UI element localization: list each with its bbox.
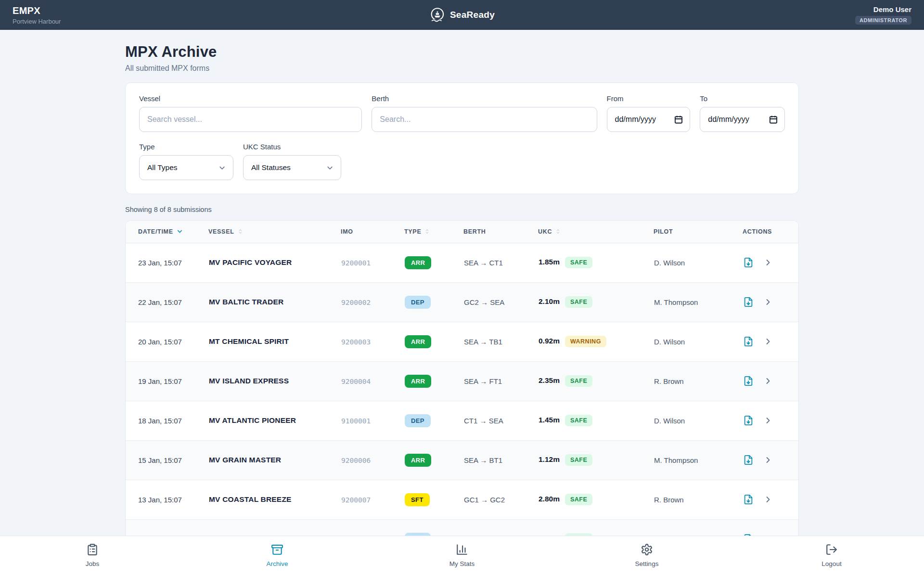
file-download-icon[interactable]	[743, 415, 754, 426]
row-pilot: D. Wilson	[654, 417, 685, 425]
chevron-right-icon[interactable]	[763, 376, 773, 386]
movement-type-badge: SFT	[405, 493, 430, 506]
file-download-icon[interactable]	[743, 336, 754, 347]
row-datetime: 23 Jan, 15:07	[126, 243, 208, 282]
chevron-right-icon[interactable]	[763, 337, 773, 346]
chevron-right-icon[interactable]	[763, 297, 773, 307]
row-vessel-name: MV BALTIC TRADER	[209, 298, 283, 306]
chevron-right-icon[interactable]	[763, 416, 773, 425]
row-imo: 9200003	[341, 338, 371, 346]
file-download-icon[interactable]	[743, 257, 754, 268]
column-header-date-time[interactable]: DATE/TIME	[126, 221, 208, 243]
column-header-vessel[interactable]: VESSEL	[208, 221, 341, 243]
vessel-search-input[interactable]	[139, 107, 362, 132]
ukc-status-select-value: All Statuses	[251, 163, 291, 172]
row-pilot: D. Wilson	[654, 338, 685, 346]
ukc-status-filter-label: UKC Status	[243, 143, 341, 151]
clipboard-icon	[86, 543, 99, 556]
app-header: EMPX Portview Harbour SeaReady Demo User…	[0, 0, 924, 30]
to-date-value: dd/mm/yyyy	[708, 115, 749, 124]
movement-type-badge: ARR	[405, 375, 431, 388]
file-download-icon[interactable]	[743, 494, 754, 505]
movement-type-badge: DEP	[405, 296, 431, 309]
table-row[interactable]: 20 Jan, 15:07MT CHEMICAL SPIRIT9200003AR…	[126, 322, 798, 361]
row-berth-route: SEA → TB1	[464, 338, 502, 346]
nav-item-label: Archive	[266, 560, 288, 567]
row-vessel-name: MV GRAIN MASTER	[209, 456, 281, 464]
nav-item-settings[interactable]: Settings	[554, 536, 739, 578]
bar-chart-icon	[456, 543, 468, 556]
seaready-ship-icon	[429, 7, 446, 23]
logo-text: SeaReady	[450, 10, 495, 20]
row-imo: 9200004	[341, 378, 371, 385]
table-row[interactable]: 19 Jan, 15:07MV ISLAND EXPRESS9200004ARR…	[126, 361, 798, 401]
movement-type-badge: DEP	[405, 414, 431, 427]
app-subtitle: Portview Harbour	[13, 18, 61, 25]
sort-icon	[237, 228, 244, 235]
row-datetime: 13 Jan, 15:07	[126, 480, 208, 519]
type-filter-label: Type	[139, 143, 233, 151]
user-role-badge: ADMINISTRATOR	[855, 16, 911, 25]
nav-item-label: Settings	[635, 560, 659, 567]
row-imo: 9200007	[341, 496, 371, 504]
berth-filter-label: Berth	[372, 94, 597, 103]
to-date-input[interactable]: dd/mm/yyyy	[700, 107, 785, 132]
row-ukc-value: 2.80m	[539, 495, 560, 503]
row-vessel-name: MV ATLANTIC PIONEER	[209, 416, 296, 424]
chevron-right-icon[interactable]	[763, 495, 773, 504]
table-row[interactable]: 18 Jan, 15:07MV ATLANTIC PIONEER9100001D…	[126, 401, 798, 440]
main-content: MPX Archive All submitted MPX forms Vess…	[125, 30, 799, 559]
file-download-icon[interactable]	[743, 376, 754, 386]
bottom-nav: JobsArchiveMy StatsSettingsLogout	[0, 536, 924, 578]
nav-item-logout[interactable]: Logout	[739, 536, 924, 578]
ukc-status-badge: SAFE	[565, 454, 592, 466]
nav-item-my-stats[interactable]: My Stats	[370, 536, 554, 578]
berth-search-input[interactable]	[372, 107, 597, 132]
type-select[interactable]: All Types	[139, 155, 233, 180]
row-datetime: 15 Jan, 15:07	[126, 440, 208, 480]
row-pilot: R. Brown	[654, 496, 684, 504]
file-download-icon[interactable]	[743, 297, 754, 307]
movement-type-badge: ARR	[405, 454, 431, 467]
brand-block: EMPX Portview Harbour	[13, 5, 61, 25]
app-name: EMPX	[13, 5, 61, 16]
ukc-status-select[interactable]: All Statuses	[243, 155, 341, 180]
table-row[interactable]: 23 Jan, 15:07MV PACIFIC VOYAGER9200001AR…	[126, 243, 798, 282]
calendar-icon[interactable]	[769, 115, 778, 124]
user-name: Demo User	[855, 5, 911, 13]
chevron-right-icon[interactable]	[763, 258, 773, 267]
type-select-value: All Types	[147, 163, 178, 172]
row-pilot: R. Brown	[654, 377, 684, 385]
to-date-label: To	[700, 94, 785, 103]
file-download-icon[interactable]	[743, 455, 754, 465]
column-header-imo: IMO	[341, 221, 404, 243]
chevron-right-icon[interactable]	[763, 455, 773, 465]
column-header-actions: ACTIONS	[743, 221, 798, 243]
column-header-pilot: PILOT	[654, 221, 743, 243]
row-berth-route: SEA → CT1	[464, 259, 503, 267]
movement-type-badge: ARR	[405, 256, 431, 269]
column-header-type[interactable]: TYPE	[404, 221, 463, 243]
logout-icon	[825, 543, 838, 556]
calendar-icon[interactable]	[674, 115, 683, 124]
row-vessel-name: MV COASTAL BREEZE	[209, 495, 292, 503]
table-row[interactable]: 22 Jan, 15:07MV BALTIC TRADER9200002DEPG…	[126, 282, 798, 322]
ukc-status-badge: WARNING	[565, 336, 606, 347]
from-date-input[interactable]: dd/mm/yyyy	[607, 107, 691, 132]
filter-card: Vessel Berth From dd/mm/yyyy	[125, 82, 799, 194]
table-row[interactable]: 13 Jan, 15:07MV COASTAL BREEZE9200007SFT…	[126, 480, 798, 519]
table-row[interactable]: 15 Jan, 15:07MV GRAIN MASTER9200006ARRSE…	[126, 440, 798, 480]
row-pilot: M. Thompson	[654, 456, 698, 464]
row-imo: 9200006	[341, 457, 371, 464]
nav-item-label: My Stats	[449, 560, 475, 567]
nav-item-archive[interactable]: Archive	[185, 536, 370, 578]
chevron-down-icon	[325, 163, 334, 172]
column-header-ukc[interactable]: UKC	[538, 221, 654, 243]
sort-icon	[555, 228, 561, 235]
row-ukc-value: 2.35m	[539, 376, 560, 384]
nav-item-jobs[interactable]: Jobs	[0, 536, 185, 578]
row-ukc-value: 1.45m	[539, 416, 560, 424]
row-imo: 9100001	[341, 417, 371, 425]
row-vessel-name: MT CHEMICAL SPIRIT	[209, 337, 289, 345]
row-imo: 9200001	[341, 259, 371, 267]
